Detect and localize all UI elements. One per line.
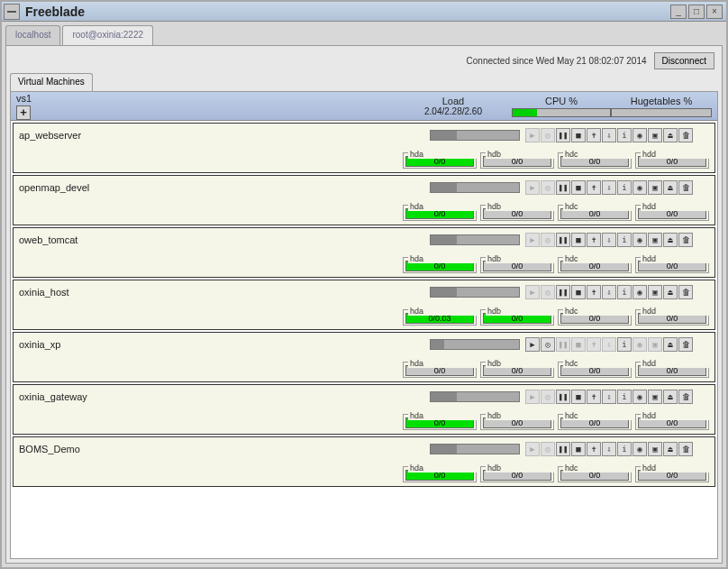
play-icon[interactable]: ▶ — [525, 442, 540, 456]
info-icon[interactable]: i — [617, 180, 632, 195]
shutdown-icon[interactable]: ✝ — [587, 128, 601, 142]
vm-actions: ▶◎❚❚■✝⇩i◉▣⏏🗑 — [525, 233, 693, 247]
stop-icon[interactable]: ■ — [571, 337, 586, 352]
console-icon[interactable]: ▣ — [648, 442, 662, 456]
play-icon[interactable]: ▶ — [525, 180, 540, 195]
target-icon[interactable]: ◉ — [632, 337, 647, 352]
delete-icon[interactable]: 🗑 — [678, 180, 693, 195]
vm-name: openmap_devel — [15, 182, 430, 193]
snapshot-icon[interactable]: ⇩ — [602, 128, 616, 142]
console-icon[interactable]: ▣ — [648, 180, 662, 195]
play-icon[interactable]: ▶ — [525, 233, 540, 247]
maximize-button[interactable]: □ — [688, 5, 705, 19]
console-icon[interactable]: ▣ — [648, 285, 662, 299]
vm-row: BOMS_Demo▶◎❚❚■✝⇩i◉▣⏏🗑hda0/0hdb0/0hdc0/0h… — [13, 436, 715, 487]
disconnect-button[interactable]: Disconnect — [654, 52, 714, 69]
host-name: vs1 — [16, 93, 395, 104]
record-icon[interactable]: ◎ — [541, 233, 555, 247]
shutdown-icon[interactable]: ✝ — [587, 442, 601, 456]
window-buttons: _ □ × — [670, 5, 723, 19]
delete-icon[interactable]: 🗑 — [678, 128, 693, 142]
eject-icon[interactable]: ⏏ — [663, 337, 678, 352]
record-icon[interactable]: ◎ — [541, 128, 555, 142]
play-icon[interactable]: ▶ — [525, 337, 540, 352]
record-icon[interactable]: ◎ — [541, 285, 555, 299]
record-icon[interactable]: ◎ — [541, 337, 555, 352]
minimize-button[interactable]: _ — [670, 5, 687, 19]
disk-label: hdb — [486, 307, 554, 316]
stop-icon[interactable]: ■ — [571, 128, 586, 142]
delete-icon[interactable]: 🗑 — [678, 442, 693, 456]
eject-icon[interactable]: ⏏ — [663, 180, 678, 195]
vm-disks: hda0/0hdb0/0hdc0/0hdd0/0 — [15, 407, 713, 432]
stop-icon[interactable]: ■ — [571, 390, 586, 404]
info-icon[interactable]: i — [617, 233, 632, 247]
info-icon[interactable]: i — [617, 128, 632, 142]
eject-icon[interactable]: ⏏ — [663, 390, 678, 404]
record-icon[interactable]: ◎ — [541, 442, 555, 456]
console-icon[interactable]: ▣ — [648, 390, 662, 404]
record-icon[interactable]: ◎ — [541, 390, 555, 404]
delete-icon[interactable]: 🗑 — [678, 233, 693, 247]
record-icon[interactable]: ◎ — [541, 180, 555, 195]
eject-icon[interactable]: ⏏ — [663, 285, 678, 299]
delete-icon[interactable]: 🗑 — [678, 390, 693, 404]
pause-icon[interactable]: ❚❚ — [556, 233, 570, 247]
stop-icon[interactable]: ■ — [571, 233, 586, 247]
stop-icon[interactable]: ■ — [571, 285, 586, 299]
target-icon[interactable]: ◉ — [632, 180, 647, 195]
shutdown-icon[interactable]: ✝ — [587, 233, 601, 247]
eject-icon[interactable]: ⏏ — [663, 128, 678, 142]
snapshot-icon[interactable]: ⇩ — [602, 180, 616, 195]
target-icon[interactable]: ◉ — [632, 442, 647, 456]
disk-hda: hda0/0.03 — [403, 304, 477, 326]
stop-icon[interactable]: ■ — [571, 180, 586, 195]
disk-hdc: hdc0/0 — [558, 408, 632, 430]
snapshot-icon[interactable]: ⇩ — [602, 442, 616, 456]
pause-icon[interactable]: ❚❚ — [556, 442, 570, 456]
target-icon[interactable]: ◉ — [632, 233, 647, 247]
console-icon[interactable]: ▣ — [648, 337, 662, 352]
play-icon[interactable]: ▶ — [525, 285, 540, 299]
add-vm-button[interactable]: + — [16, 106, 31, 120]
play-icon[interactable]: ▶ — [525, 390, 540, 404]
disk-hdc: hdc0/0 — [558, 252, 632, 273]
delete-icon[interactable]: 🗑 — [678, 337, 693, 352]
play-icon[interactable]: ▶ — [525, 128, 540, 142]
info-icon[interactable]: i — [617, 390, 632, 404]
disk-label: hdb — [486, 254, 554, 263]
target-icon[interactable]: ◉ — [632, 285, 647, 299]
tab-virtual-machines[interactable]: Virtual Machines — [10, 73, 93, 91]
delete-icon[interactable]: 🗑 — [678, 285, 693, 299]
system-menu-icon[interactable] — [4, 4, 20, 20]
target-icon[interactable]: ◉ — [632, 128, 647, 142]
tab-remote[interactable]: root@oxinia:2222 — [62, 25, 153, 45]
snapshot-icon[interactable]: ⇩ — [602, 285, 616, 299]
pause-icon[interactable]: ❚❚ — [556, 390, 570, 404]
disk-label: hdb — [486, 202, 554, 211]
pause-icon[interactable]: ❚❚ — [556, 180, 570, 195]
target-icon[interactable]: ◉ — [632, 390, 647, 404]
info-icon[interactable]: i — [617, 337, 632, 352]
shutdown-icon[interactable]: ✝ — [587, 390, 601, 404]
shutdown-icon[interactable]: ✝ — [587, 285, 601, 299]
pause-icon[interactable]: ❚❚ — [556, 285, 570, 299]
snapshot-icon[interactable]: ⇩ — [602, 390, 616, 404]
snapshot-icon[interactable]: ⇩ — [602, 233, 616, 247]
stop-icon[interactable]: ■ — [571, 442, 586, 456]
snapshot-icon[interactable]: ⇩ — [602, 337, 616, 352]
eject-icon[interactable]: ⏏ — [663, 442, 678, 456]
disk-hdc: hdc0/0 — [558, 147, 632, 169]
pause-icon[interactable]: ❚❚ — [556, 337, 570, 352]
close-button[interactable]: × — [706, 5, 723, 19]
info-icon[interactable]: i — [617, 285, 632, 299]
shutdown-icon[interactable]: ✝ — [587, 337, 601, 352]
pause-icon[interactable]: ❚❚ — [556, 128, 570, 142]
eject-icon[interactable]: ⏏ — [663, 233, 678, 247]
tab-localhost[interactable]: localhost — [5, 25, 60, 45]
info-icon[interactable]: i — [617, 442, 632, 456]
console-icon[interactable]: ▣ — [648, 128, 662, 142]
shutdown-icon[interactable]: ✝ — [587, 180, 601, 195]
vm-actions: ▶◎❚❚■✝⇩i◉▣⏏🗑 — [525, 285, 693, 299]
console-icon[interactable]: ▣ — [648, 233, 662, 247]
